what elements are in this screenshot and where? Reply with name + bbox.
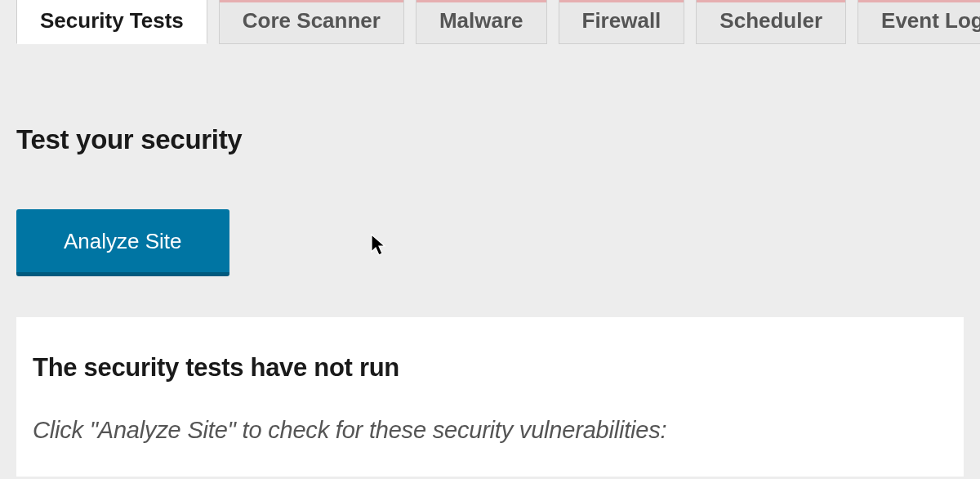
tab-bar: Security Tests Core Scanner Malware Fire… — [0, 0, 980, 44]
results-panel-subtitle: Click "Analyze Site" to check for these … — [33, 417, 947, 444]
tab-scheduler[interactable]: Scheduler — [696, 0, 846, 44]
section-title: Test your security — [16, 124, 964, 155]
tab-event-log[interactable]: Event Log — [858, 0, 980, 44]
tab-firewall[interactable]: Firewall — [559, 0, 685, 44]
tab-malware[interactable]: Malware — [416, 0, 547, 44]
content-area: Test your security Analyze Site The secu… — [0, 44, 980, 477]
tab-core-scanner[interactable]: Core Scanner — [219, 0, 404, 44]
results-panel: The security tests have not run Click "A… — [16, 317, 964, 477]
results-panel-title: The security tests have not run — [33, 353, 947, 383]
analyze-site-button[interactable]: Analyze Site — [16, 209, 229, 276]
tab-security-tests[interactable]: Security Tests — [16, 0, 207, 44]
